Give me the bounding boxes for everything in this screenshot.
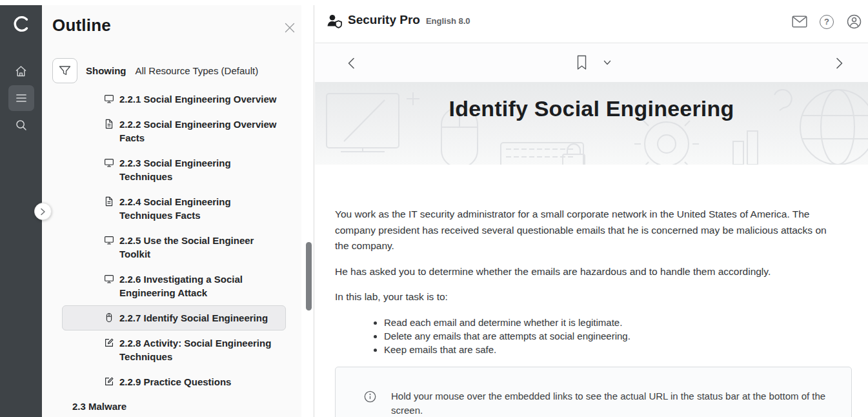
task-item: Delete any emails that are attempts at s… (384, 329, 852, 343)
info-icon (364, 391, 376, 403)
help-icon: ? (820, 15, 834, 29)
outline-item-label: 2.2.4 Social Engineering Techniques Fact… (119, 195, 280, 222)
home-icon (14, 65, 28, 78)
task-item: Keep emails that are safe. (384, 343, 852, 356)
document-icon (104, 119, 114, 129)
task-list: Read each email and determine whether it… (335, 316, 852, 356)
outline-item-label: 2.2.2 Social Engineering Overview Facts (119, 117, 280, 145)
account-button[interactable] (846, 14, 862, 30)
bookmark-dropdown-button[interactable] (599, 53, 616, 72)
edit-icon (104, 376, 114, 387)
outline-filter-row: Showing All Resource Types (Default) (52, 58, 258, 83)
chevron-left-icon (347, 57, 355, 69)
outline-item-label: 2.2.9 Practice Questions (119, 375, 231, 389)
outline-item[interactable]: 2.2.3 Social Engineering Techniques (62, 150, 286, 189)
outline-item[interactable]: 2.2.6 Investigating a Social Engineering… (62, 267, 286, 305)
outline-item[interactable]: 2.2.1 Social Engineering Overview (62, 86, 286, 112)
lesson-title: Identify Social Engineering (315, 96, 868, 121)
header-actions: ? (792, 0, 862, 43)
mail-icon (792, 15, 807, 28)
chevron-right-icon (836, 57, 843, 69)
previous-lesson-button[interactable] (344, 56, 358, 70)
outline-item-label: 2.2.8 Activity: Social Engineering Techn… (119, 336, 280, 363)
outline-item-label: 2.2.5 Use the Social Engineer Toolkit (119, 234, 280, 261)
document-icon (104, 196, 114, 207)
bookmark-button[interactable] (573, 53, 590, 72)
outline-section-malware[interactable]: 2.3 Malware (62, 394, 286, 417)
next-lesson-button[interactable] (833, 56, 847, 70)
search-button[interactable] (8, 112, 34, 138)
edit-icon (104, 338, 114, 348)
outline-item-label: 2.2.1 Social Engineering Overview (119, 92, 276, 106)
outline-item-label: 2.2.6 Investigating a Social Engineering… (119, 272, 280, 300)
chevron-right-icon (40, 208, 46, 216)
outline-item[interactable]: 2.2.4 Social Engineering Techniques Fact… (62, 189, 286, 228)
user-account-icon (847, 14, 862, 29)
close-icon (283, 21, 296, 34)
outline-item[interactable]: 2.2.9 Practice Questions (62, 369, 286, 394)
outline-item-label: 2.2.7 Identify Social Engineering (119, 311, 268, 325)
security-pro-shield-user-icon (326, 13, 343, 30)
home-button[interactable] (8, 58, 34, 84)
product-edition: English 8.0 (426, 16, 470, 26)
brand-c-logo-icon[interactable] (10, 13, 32, 35)
monitor-icon (104, 94, 114, 104)
course-header: Security Pro English 8.0 ? (315, 0, 868, 43)
outline-item-label: 2.2.3 Social Engineering Techniques (119, 156, 280, 183)
monitor-icon (104, 274, 114, 284)
messages-button[interactable] (792, 14, 807, 30)
outline-item[interactable]: 2.2.5 Use the Social Engineer Toolkit (62, 228, 286, 267)
search-icon (15, 119, 28, 132)
outline-item[interactable]: 2.2.2 Social Engineering Overview Facts (62, 112, 286, 150)
outline-scrollbar-track[interactable] (301, 5, 314, 417)
instruction-paragraph: He has asked you to determine whether th… (335, 264, 840, 280)
lesson-body: You work as the IT security administrato… (335, 165, 852, 417)
funnel-filter-icon (59, 65, 71, 77)
outline-scrollbar-thumb[interactable] (306, 242, 312, 310)
resource-type-filter-value[interactable]: All Resource Types (Default) (136, 65, 259, 76)
outline-list: 2.2.1 Social Engineering Overview 2.2.2 … (42, 86, 301, 417)
bookmark-icon (576, 55, 587, 70)
note-text: Hold your mouse over the embedded links … (391, 389, 829, 417)
outline-panel: Outline Showing All Resource Types (Defa… (42, 5, 301, 417)
chevron-down-icon (603, 60, 611, 65)
outline-menu-button[interactable] (8, 85, 34, 111)
task-intro: In this lab, your task is to: (335, 289, 840, 305)
course-brand: Security Pro English 8.0 (326, 13, 470, 30)
product-name: Security Pro (348, 13, 420, 27)
outline-item[interactable]: 2.2.8 Activity: Social Engineering Techn… (62, 331, 286, 369)
outline-close-button[interactable] (281, 19, 299, 37)
mouse-icon (104, 312, 114, 323)
lesson-navbar (315, 43, 868, 82)
bookmark-controls (573, 53, 616, 72)
note-callout: Hold your mouse over the embedded links … (335, 367, 852, 417)
showing-label: Showing (86, 65, 126, 76)
filter-button[interactable] (52, 58, 77, 83)
task-item: Read each email and determine whether it… (384, 316, 852, 329)
help-button[interactable]: ? (819, 14, 834, 30)
hamburger-menu-icon (15, 94, 27, 103)
tech-pattern-decoration (315, 82, 868, 165)
lesson-banner: Identify Social Engineering (315, 82, 868, 165)
main-content: Security Pro English 8.0 ? (315, 0, 868, 417)
monitor-icon (104, 235, 114, 245)
outline-item-current[interactable]: 2.2.7 Identify Social Engineering (62, 305, 286, 331)
outline-header: Outline (42, 5, 301, 48)
sidebar-expand-button[interactable] (34, 203, 52, 220)
outline-title: Outline (52, 15, 111, 36)
scenario-paragraph: You work as the IT security administrato… (335, 207, 840, 254)
monitor-icon (104, 158, 114, 168)
app-window: Outline Showing All Resource Types (Defa… (0, 0, 868, 417)
